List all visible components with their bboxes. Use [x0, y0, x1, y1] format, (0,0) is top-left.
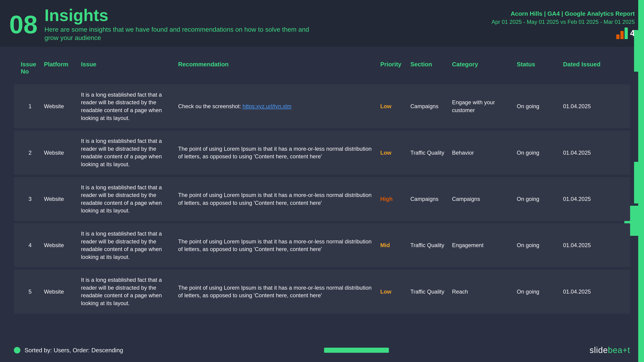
- report-title: Acorn Hills | GA4 | Google Analytics Rep…: [492, 10, 635, 17]
- footer-left: Sorted by: Users, Order: Descending: [14, 347, 123, 354]
- cell-issue-no: 3: [21, 195, 44, 203]
- header: 08 Insights Here are some insights that …: [0, 0, 644, 47]
- col-header-issue-no: Issue No: [21, 61, 44, 75]
- cell-category: Engagement: [452, 241, 517, 249]
- table-header: Issue No Platform Issue Recommendation P…: [14, 54, 630, 82]
- chart-bar-3: [624, 27, 628, 39]
- cell-platform: Website: [44, 195, 81, 203]
- cell-recommendation: The point of using Lorem Ipsum is that i…: [178, 284, 380, 299]
- cell-status: On going: [517, 102, 563, 110]
- cell-category: Behavior: [452, 149, 517, 157]
- bar-chart-icon: [616, 27, 628, 39]
- cell-recommendation: The point of using Lorem Ipsum is that i…: [178, 238, 380, 253]
- cell-category: Engage with your customer: [452, 98, 517, 114]
- cell-section: Traffic Quality: [410, 241, 452, 249]
- cell-category: Reach: [452, 288, 517, 296]
- cell-priority: Low: [380, 288, 410, 296]
- cell-dated-issued: 01.04.2025: [563, 241, 623, 249]
- cell-status: On going: [517, 195, 563, 203]
- footer-center-bar: [324, 348, 389, 353]
- table-row: 2WebsiteIt is a long established fact th…: [14, 131, 630, 175]
- cell-dated-issued: 01.04.2025: [563, 195, 623, 203]
- green-dot-icon: [14, 347, 20, 354]
- col-header-dated-issued: Dated Issued: [563, 61, 623, 75]
- brand-name: slidebea+t: [590, 345, 630, 355]
- col-header-category: Category: [452, 61, 517, 75]
- cell-section: Campaigns: [410, 195, 452, 203]
- cell-issue-no: 5: [21, 288, 44, 296]
- cell-issue: It is a long established fact that a rea…: [81, 276, 178, 307]
- cell-issue: It is a long established fact that a rea…: [81, 91, 178, 122]
- page-subtitle: Here are some insights that we have foun…: [44, 25, 322, 42]
- cell-status: On going: [517, 288, 563, 296]
- header-title-block: Insights Here are some insights that we …: [44, 7, 322, 42]
- chart-bar-2: [620, 31, 624, 39]
- cell-recommendation: The point of using Lorem Ipsum is that i…: [178, 191, 380, 207]
- cell-issue-no: 4: [21, 241, 44, 249]
- cell-platform: Website: [44, 102, 81, 110]
- cell-recommendation: Check ou the screenshot: https:xyz.url/t…: [178, 102, 380, 110]
- cell-dated-issued: 01.04.2025: [563, 102, 623, 110]
- cell-platform: Website: [44, 149, 81, 157]
- page-title: Insights: [44, 7, 322, 23]
- cell-dated-issued: 01.04.2025: [563, 288, 623, 296]
- col-header-recommendation: Recommendation: [178, 61, 380, 75]
- cell-issue: It is a long established fact that a rea…: [81, 137, 178, 168]
- header-right: Acorn Hills | GA4 | Google Analytics Rep…: [492, 10, 635, 39]
- cell-status: On going: [517, 241, 563, 249]
- recommendation-link[interactable]: https:xyz.url/tyn.xlm: [243, 103, 292, 109]
- cell-issue: It is a long established fact that a rea…: [81, 184, 178, 215]
- cell-section: Traffic Quality: [410, 149, 452, 157]
- cell-status: On going: [517, 149, 563, 157]
- col-header-status: Status: [517, 61, 563, 75]
- header-left: 08 Insights Here are some insights that …: [9, 7, 322, 42]
- cell-recommendation: The point of using Lorem Ipsum is that i…: [178, 145, 380, 160]
- table-row: 3WebsiteIt is a long established fact th…: [14, 177, 630, 221]
- col-header-section: Section: [410, 61, 452, 75]
- footer: Sorted by: Users, Order: Descending slid…: [14, 345, 630, 355]
- main-content: Issue No Platform Issue Recommendation P…: [0, 47, 644, 323]
- cell-section: Campaigns: [410, 102, 452, 110]
- cell-priority: High: [380, 195, 410, 203]
- cell-dated-issued: 01.04.2025: [563, 149, 623, 157]
- cell-section: Traffic Quality: [410, 288, 452, 296]
- cell-platform: Website: [44, 241, 81, 249]
- table-rows-container: 1WebsiteIt is a long established fact th…: [14, 84, 630, 314]
- cell-priority: Mid: [380, 241, 410, 249]
- cell-issue-no: 1: [21, 102, 44, 110]
- cell-issue: It is a long established fact that a rea…: [81, 230, 178, 261]
- col-header-issue: Issue: [81, 61, 178, 75]
- page-section-number: 08: [9, 12, 38, 37]
- col-header-priority: Priority: [380, 61, 410, 75]
- date-range: Apr 01 2025 - May 01 2025 vs Feb 01 2025…: [492, 19, 635, 25]
- sorted-by-text: Sorted by: Users, Order: Descending: [24, 347, 123, 354]
- cell-issue-no: 2: [21, 149, 44, 157]
- cell-priority: Low: [380, 102, 410, 110]
- right-sidebar: [638, 0, 644, 362]
- cell-category: Campaigns: [452, 195, 517, 203]
- chart-bar-1: [616, 34, 620, 39]
- header-icon-area: 4: [492, 27, 635, 39]
- cell-platform: Website: [44, 288, 81, 296]
- table-row: 1WebsiteIt is a long established fact th…: [14, 84, 630, 128]
- table-row: 4WebsiteIt is a long established fact th…: [14, 223, 630, 267]
- table-row: 5WebsiteIt is a long established fact th…: [14, 270, 630, 314]
- col-header-platform: Platform: [44, 61, 81, 75]
- cell-priority: Low: [380, 149, 410, 157]
